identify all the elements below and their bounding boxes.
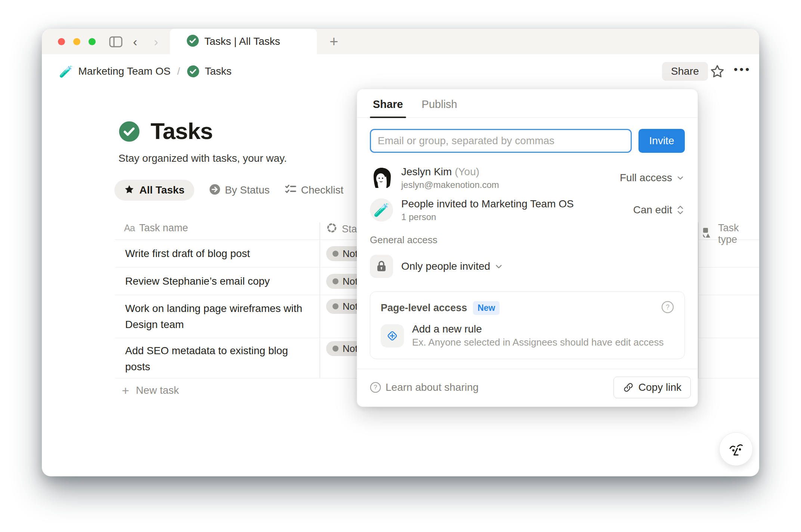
svg-text:?: ? — [374, 384, 377, 390]
share-button[interactable]: Share — [662, 62, 708, 81]
member-name: People invited to Marketing Team OS — [401, 198, 574, 210]
member-row: Jeslyn Kim (You) jeslyn@makenotion.com F… — [370, 162, 685, 194]
link-icon — [623, 382, 634, 393]
view-tab-label: By Status — [225, 184, 270, 196]
view-tab-checklist[interactable]: Checklist — [285, 183, 344, 197]
share-dialog: Share Publish Invite Jeslyn Kim (You) — [357, 89, 698, 407]
access-dropdown[interactable]: Full access — [620, 172, 685, 184]
app-window: ‹ › Tasks | All Tasks + 🧪 Marketing Team… — [42, 29, 759, 476]
chevron-up-down-icon — [676, 204, 685, 216]
notion-ai-face-button[interactable] — [719, 432, 753, 466]
lock-icon — [370, 255, 393, 278]
status-dot-icon — [333, 303, 338, 309]
access-level-label: Full access — [620, 172, 672, 184]
notion-face-icon — [726, 439, 746, 460]
shapes-property-icon — [702, 227, 714, 241]
member-email: jeslyn@makenotion.com — [401, 180, 499, 190]
tab-share[interactable]: Share — [373, 98, 403, 117]
page-check-icon — [187, 65, 200, 78]
zoom-window-button[interactable] — [89, 38, 96, 45]
page-level-access-box: Page-level access New ? Add a new rule E… — [370, 291, 685, 359]
top-bar: 🧪 Marketing Team OS / Tasks Share ••• — [42, 54, 759, 89]
more-options-icon[interactable]: ••• — [734, 63, 751, 76]
chevron-down-icon — [676, 173, 685, 182]
avatar — [370, 166, 393, 189]
task-name-cell[interactable]: Write first draft of blog post — [125, 245, 312, 262]
task-name-cell[interactable]: Review Stephanie’s email copy — [125, 273, 312, 289]
plus-icon: + — [122, 383, 129, 398]
copy-link-label: Copy link — [638, 381, 681, 393]
arrow-circle-icon — [209, 184, 220, 197]
back-icon[interactable]: ‹ — [133, 35, 137, 47]
task-name-cell[interactable]: Work on landing page wireframes with Des… — [125, 300, 312, 332]
view-tab-label: Checklist — [301, 184, 344, 196]
browser-tab[interactable]: Tasks | All Tasks — [170, 29, 317, 54]
member-count: 1 person — [401, 212, 574, 222]
member-you-suffix: (You) — [455, 166, 479, 177]
workspace-emoji-icon: 🧪 — [59, 65, 73, 78]
tab-bar: ‹ › Tasks | All Tasks + — [42, 29, 759, 54]
diamond-plus-icon — [381, 324, 404, 347]
svg-text:?: ? — [666, 303, 669, 311]
access-level-label: Can edit — [633, 204, 672, 216]
close-window-button[interactable] — [58, 38, 65, 45]
page-title-check-icon[interactable] — [118, 121, 140, 144]
add-rule-title: Add a new rule — [412, 323, 664, 335]
breadcrumb-separator: / — [176, 65, 182, 77]
minimize-window-button[interactable] — [73, 38, 80, 45]
view-tab-by-status[interactable]: By Status — [209, 184, 270, 197]
add-rule-button[interactable]: Add a new rule Ex. Anyone selected in As… — [381, 323, 674, 348]
view-tabs: All Tasks By Status Checklist — [114, 180, 343, 201]
chevron-down-icon — [494, 262, 504, 271]
tab-publish[interactable]: Publish — [422, 98, 457, 117]
sidebar-toggle-icon[interactable] — [109, 36, 123, 49]
checklist-icon — [285, 183, 297, 197]
learn-label: Learn about sharing — [386, 381, 479, 393]
status-property-icon — [326, 222, 337, 236]
page-subtitle: Stay organized with tasks, your way. — [118, 152, 287, 164]
column-task-name[interactable]: Aa Task name — [124, 222, 188, 234]
new-badge: New — [473, 301, 500, 315]
column-label: Task name — [139, 222, 188, 234]
breadcrumb-page[interactable]: Tasks — [205, 65, 232, 77]
copy-link-button[interactable]: Copy link — [613, 377, 691, 398]
task-name-cell[interactable]: Add SEO metadata to existing blog posts — [125, 343, 312, 375]
forward-icon[interactable]: › — [154, 35, 158, 47]
tab-check-icon — [186, 34, 199, 49]
general-access-row[interactable]: Only people invited — [370, 250, 685, 282]
new-task-label: New task — [136, 384, 179, 396]
member-name: Jeslyn Kim — [401, 166, 452, 177]
view-tab-all-tasks[interactable]: All Tasks — [114, 180, 194, 201]
learn-about-sharing-link[interactable]: ? Learn about sharing — [370, 381, 479, 393]
tab-title: Tasks | All Tasks — [204, 35, 280, 47]
share-dialog-tabs: Share Publish — [357, 89, 698, 118]
workspace-group-icon: 🧪 — [370, 198, 393, 222]
invite-email-input[interactable] — [370, 129, 632, 153]
page-level-access-title: Page-level access — [381, 302, 467, 314]
status-dot-icon — [333, 278, 338, 284]
general-access-label: General access — [370, 234, 685, 246]
breadcrumb: 🧪 Marketing Team OS / Tasks — [59, 54, 232, 89]
help-circle-icon: ? — [370, 382, 381, 393]
status-dot-icon — [333, 346, 338, 352]
add-rule-hint: Ex. Anyone selected in Assignees should … — [412, 337, 664, 348]
breadcrumb-workspace[interactable]: Marketing Team OS — [78, 65, 170, 77]
view-tab-label: All Tasks — [139, 184, 185, 196]
help-icon[interactable]: ? — [661, 301, 674, 315]
new-tab-button[interactable]: + — [326, 33, 342, 50]
general-access-value: Only people invited — [401, 260, 490, 272]
screenshot-stage: ‹ › Tasks | All Tasks + 🧪 Marketing Team… — [0, 0, 801, 532]
invite-button[interactable]: Invite — [638, 129, 685, 153]
text-property-icon: Aa — [124, 223, 135, 233]
member-row: 🧪 People invited to Marketing Team OS 1 … — [370, 194, 685, 226]
favorite-star-icon[interactable] — [710, 64, 725, 80]
status-dot-icon — [333, 251, 338, 257]
page-title: Tasks — [151, 118, 213, 144]
star-icon — [124, 184, 134, 196]
access-dropdown[interactable]: Can edit — [633, 204, 685, 216]
